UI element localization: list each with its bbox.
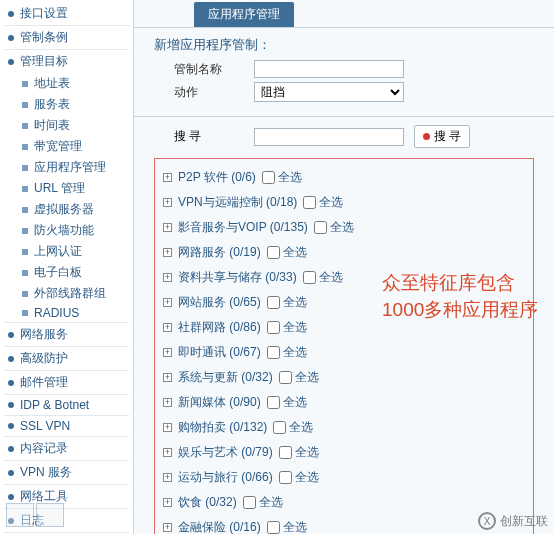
category-select-all-checkbox[interactable]: [279, 371, 292, 384]
category-select-all-checkbox[interactable]: [267, 321, 280, 334]
category-select-all-checkbox[interactable]: [279, 471, 292, 484]
category-name[interactable]: 资料共享与储存 (0/33): [178, 269, 297, 286]
category-row: +影音服务与VOIP (0/135)全选: [161, 215, 527, 240]
input-search[interactable]: [254, 128, 404, 146]
expand-icon[interactable]: +: [163, 448, 172, 457]
expand-icon[interactable]: +: [163, 323, 172, 332]
sidebar-sub-bandwidth[interactable]: 带宽管理: [0, 136, 133, 157]
expand-icon[interactable]: +: [163, 348, 172, 357]
select-action[interactable]: 阻挡: [254, 82, 404, 102]
select-all-label: 全选: [295, 469, 319, 486]
sidebar-item-targets[interactable]: 管理目标: [0, 50, 133, 73]
expand-icon[interactable]: +: [163, 398, 172, 407]
category-name[interactable]: VPN与远端控制 (0/18): [178, 194, 297, 211]
square-icon: [22, 228, 28, 234]
category-row: +新闻媒体 (0/90)全选: [161, 390, 527, 415]
expand-icon[interactable]: +: [163, 423, 172, 432]
tab-row: 应用程序管理: [134, 0, 554, 28]
sidebar-sub-app-mgmt[interactable]: 应用程序管理: [0, 157, 133, 178]
category-row: +系统与更新 (0/32)全选: [161, 365, 527, 390]
sidebar-item-contentlog[interactable]: 内容记录: [0, 437, 133, 460]
sidebar-item-vpn[interactable]: VPN 服务: [0, 461, 133, 484]
sidebar-sub-virtual-server[interactable]: 虚拟服务器: [0, 199, 133, 220]
sidebar-sub-firewall[interactable]: 防火墙功能: [0, 220, 133, 241]
category-name[interactable]: 社群网路 (0/86): [178, 319, 261, 336]
input-control-name[interactable]: [254, 60, 404, 78]
category-select-all-checkbox[interactable]: [267, 296, 280, 309]
category-name[interactable]: 饮食 (0/32): [178, 494, 237, 511]
sidebar-sub-address[interactable]: 地址表: [0, 73, 133, 94]
expand-icon[interactable]: +: [163, 523, 172, 532]
select-all-label: 全选: [259, 494, 283, 511]
category-name[interactable]: 运动与旅行 (0/66): [178, 469, 273, 486]
sidebar-sub-radius[interactable]: RADIUS: [0, 304, 133, 322]
category-select-all-checkbox[interactable]: [314, 221, 327, 234]
select-all-label: 全选: [283, 519, 307, 534]
square-icon: [22, 270, 28, 276]
expand-icon[interactable]: +: [163, 173, 172, 182]
category-select-all-checkbox[interactable]: [273, 421, 286, 434]
sidebar-sub-services[interactable]: 服务表: [0, 94, 133, 115]
sidebar-item-rules[interactable]: 管制条例: [0, 26, 133, 49]
tab-app-management[interactable]: 应用程序管理: [194, 2, 294, 27]
label-search: 搜 寻: [154, 128, 254, 145]
square-icon: [22, 123, 28, 129]
bullet-icon: [8, 11, 14, 17]
category-select-all-checkbox[interactable]: [262, 171, 275, 184]
category-select-all-checkbox[interactable]: [303, 271, 316, 284]
category-name[interactable]: 购物拍卖 (0/132): [178, 419, 267, 436]
category-name[interactable]: 网路服务 (0/19): [178, 244, 261, 261]
expand-icon[interactable]: +: [163, 498, 172, 507]
category-name[interactable]: 影音服务与VOIP (0/135): [178, 219, 308, 236]
expand-icon[interactable]: +: [163, 373, 172, 382]
label-control-name: 管制名称: [154, 61, 254, 78]
sidebar-item-sslvpn[interactable]: SSL VPN: [0, 416, 133, 436]
sidebar-sub-whiteboard[interactable]: 电子白板: [0, 262, 133, 283]
sidebar-sub-ext-group[interactable]: 外部线路群组: [0, 283, 133, 304]
category-select-all-checkbox[interactable]: [267, 396, 280, 409]
select-all-label: 全选: [295, 369, 319, 386]
category-row: +饮食 (0/32)全选: [161, 490, 527, 515]
expand-icon[interactable]: +: [163, 198, 172, 207]
category-name[interactable]: 新闻媒体 (0/90): [178, 394, 261, 411]
select-all-label: 全选: [283, 294, 307, 311]
category-name[interactable]: 即时通讯 (0/67): [178, 344, 261, 361]
square-icon: [22, 102, 28, 108]
sidebar-sub-auth[interactable]: 上网认证: [0, 241, 133, 262]
search-button[interactable]: 搜 寻: [414, 125, 470, 148]
category-row: +网路服务 (0/19)全选: [161, 240, 527, 265]
category-row: +金融保险 (0/16)全选: [161, 515, 527, 534]
sidebar-sub-url[interactable]: URL 管理: [0, 178, 133, 199]
category-name[interactable]: 娱乐与艺术 (0/79): [178, 444, 273, 461]
category-select-all-checkbox[interactable]: [267, 346, 280, 359]
square-icon: [22, 81, 28, 87]
square-icon: [22, 310, 28, 316]
expand-icon[interactable]: +: [163, 473, 172, 482]
bullet-icon: [8, 35, 14, 41]
sidebar-item-netservice[interactable]: 网络服务: [0, 323, 133, 346]
category-select-all-checkbox[interactable]: [267, 246, 280, 259]
expand-icon[interactable]: +: [163, 223, 172, 232]
select-all-label: 全选: [283, 319, 307, 336]
category-name[interactable]: P2P 软件 (0/6): [178, 169, 256, 186]
category-select-all-checkbox[interactable]: [267, 521, 280, 534]
expand-icon[interactable]: +: [163, 248, 172, 257]
category-name[interactable]: 金融保险 (0/16): [178, 519, 261, 534]
category-select-all-checkbox[interactable]: [243, 496, 256, 509]
sidebar-item-interface[interactable]: 接口设置: [0, 2, 133, 25]
expand-icon[interactable]: +: [163, 273, 172, 282]
category-name[interactable]: 网站服务 (0/65): [178, 294, 261, 311]
category-name[interactable]: 系统与更新 (0/32): [178, 369, 273, 386]
sidebar-item-idp[interactable]: IDP & Botnet: [0, 395, 133, 415]
watermark: X 创新互联: [478, 512, 548, 530]
category-box: +P2P 软件 (0/6)全选+VPN与远端控制 (0/18)全选+影音服务与V…: [154, 158, 534, 534]
watermark-logo-icon: X: [478, 512, 496, 530]
square-icon: [22, 207, 28, 213]
bullet-icon: [8, 356, 14, 362]
expand-icon[interactable]: +: [163, 298, 172, 307]
sidebar-item-advprot[interactable]: 高级防护: [0, 347, 133, 370]
category-select-all-checkbox[interactable]: [303, 196, 316, 209]
sidebar-item-mail[interactable]: 邮件管理: [0, 371, 133, 394]
sidebar-sub-schedule[interactable]: 时间表: [0, 115, 133, 136]
category-select-all-checkbox[interactable]: [279, 446, 292, 459]
